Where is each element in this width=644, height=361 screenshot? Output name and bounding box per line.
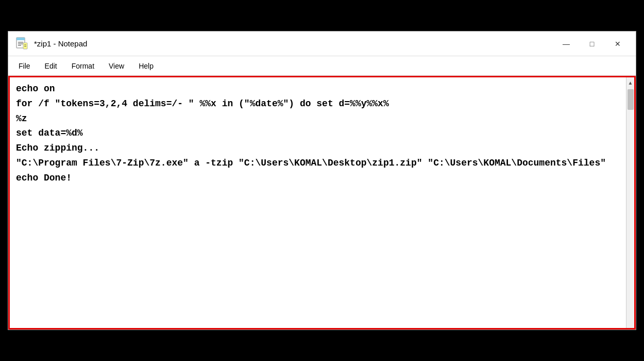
window-title: *zip1 - Notepad bbox=[34, 39, 87, 48]
scrollbar[interactable]: ▲ bbox=[626, 77, 634, 328]
title-bar: *zip1 - Notepad — □ ✕ bbox=[8, 31, 636, 56]
menu-file[interactable]: File bbox=[12, 60, 37, 72]
content-area: ▲ bbox=[8, 76, 636, 330]
scroll-up-arrow[interactable]: ▲ bbox=[626, 78, 635, 87]
editor-textarea[interactable] bbox=[10, 77, 626, 328]
svg-rect-1 bbox=[16, 38, 25, 40]
close-button[interactable]: ✕ bbox=[606, 36, 630, 52]
menu-view[interactable]: View bbox=[103, 60, 130, 72]
menu-help[interactable]: Help bbox=[132, 60, 160, 72]
notepad-icon bbox=[14, 37, 29, 51]
title-bar-left: *zip1 - Notepad bbox=[14, 37, 87, 51]
menu-edit[interactable]: Edit bbox=[39, 60, 63, 72]
notepad-window: *zip1 - Notepad — □ ✕ File Edit Format V… bbox=[8, 31, 636, 330]
maximize-button[interactable]: □ bbox=[580, 36, 604, 52]
menu-format[interactable]: Format bbox=[65, 60, 100, 72]
menu-bar: File Edit Format View Help bbox=[8, 56, 636, 76]
minimize-button[interactable]: — bbox=[554, 36, 578, 52]
scrollbar-thumb[interactable] bbox=[628, 89, 634, 110]
title-bar-controls: — □ ✕ bbox=[554, 36, 630, 52]
svg-rect-5 bbox=[23, 43, 27, 49]
